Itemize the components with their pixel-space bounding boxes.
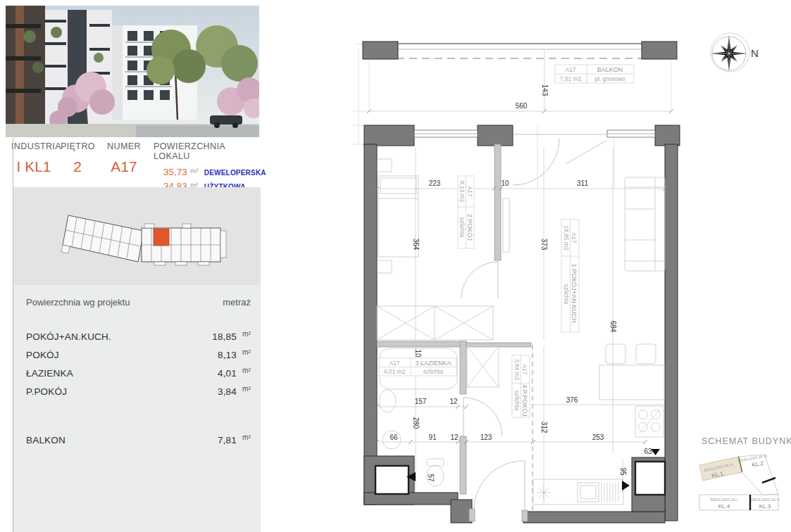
dim-91: 91 (428, 433, 437, 441)
industria-value: I KL1 (11, 158, 56, 175)
bath-finish: szlichta (423, 368, 444, 375)
row-unit: m² (242, 385, 251, 393)
hall-label: A17 4 P.POKÓJ 3,84 m2 szlichta (512, 355, 530, 417)
area-dev-type: DEWELOPERSKA (204, 169, 266, 177)
dining-table (599, 344, 664, 400)
balcony-finish: pł. gresowe (594, 75, 625, 82)
hall-finish: szlichta (513, 391, 521, 411)
kitchen-counter (533, 479, 623, 505)
room1-finish: szlichta (563, 284, 570, 305)
triangle-down-icon (651, 449, 660, 455)
room1-label: A17 1 POKÓJ+AN.KUCH. 18,85 m2 szlichta (561, 220, 579, 332)
dim-223: 223 (429, 179, 441, 187)
header-col-industria: INDUSTRIA I KL1 (11, 141, 56, 175)
schemat-budynku: SCHEMAT BUDYNKU REALIZACJA IV KL.1 REALI… (699, 436, 791, 510)
doors (461, 134, 607, 511)
area-dev-value: 35,73 (163, 167, 187, 177)
wardrobe-room2 (377, 306, 493, 340)
bath-label: A17 3 ŁAZIENKA 4,01 m2 szlichta (379, 358, 456, 376)
row-label: BALKON (26, 435, 66, 445)
hall-code: A17 (521, 364, 528, 374)
row-unit: m² (242, 348, 251, 356)
compass-n-label: N (751, 47, 759, 59)
dim-560: 560 (516, 102, 528, 110)
table-header: Powierzchnia wg projektu metraż (26, 297, 251, 308)
dim-253: 253 (592, 433, 604, 441)
room2-name: 2 POKÓJ (466, 214, 473, 241)
table-header-right: metraż (223, 297, 251, 308)
row-unit: m² (242, 367, 251, 374)
schemat-title: SCHEMAT BUDYNKU (702, 436, 791, 446)
row-label: ŁAZIENKA (26, 368, 73, 379)
table-row: POKÓJ 8,13 m² (26, 350, 251, 364)
dim-10b: 10 (414, 349, 422, 357)
tv-shelf (503, 198, 509, 252)
header-col-numer: NUMER A17 (106, 141, 142, 175)
hall-area: 3,84 m2 (513, 359, 521, 381)
row-label: POKÓJ+AN.KUCH. (26, 331, 111, 342)
furniture (377, 159, 665, 505)
floor-plan: 560 143 223 10 311 364 373 684 10 157 12… (331, 0, 791, 532)
row-label: P.POKÓJ (26, 386, 67, 397)
numer-value: A17 (106, 158, 142, 175)
bath-area: 4,01 m2 (384, 368, 406, 375)
balcony-area: 7,81 m2 (560, 75, 582, 82)
building-photo (6, 6, 259, 137)
schemat-realizacja-ii: REALIZACJA II (751, 498, 779, 502)
room2-code: A17 (466, 186, 473, 196)
area-table: Powierzchnia wg projektu metraż POKÓJ+AN… (13, 285, 261, 532)
bathroom-door (463, 398, 502, 436)
room1-code: A17 (571, 232, 578, 243)
hall-name: 4 P.POKÓJ (521, 384, 528, 416)
area-deweloperska: 35,73 m² DEWELOPERSKA (154, 165, 261, 178)
dim-63: 63 (644, 448, 652, 455)
dimension-lines (367, 49, 673, 505)
numer-label: NUMER (106, 141, 142, 151)
shaft-left (375, 466, 409, 494)
schemat-kl4: KL.4 (718, 503, 730, 509)
row-value: 8,13 (218, 350, 237, 360)
windows (414, 130, 655, 137)
compass-rose-icon: N (711, 33, 759, 72)
bath-code: A17 (389, 360, 399, 367)
dim-66: 66 (390, 433, 398, 441)
table-header-left: Powierzchnia wg projektu (26, 297, 130, 308)
dim-10a: 10 (501, 179, 509, 187)
row-value: 18,85 (212, 331, 237, 342)
room1-name: 1 POKÓJ+AN.KUCH. (571, 264, 578, 324)
unit-header: INDUSTRIA I KL1 PIĘTRO 2 NUMER A17 POWIE… (0, 138, 264, 186)
room2-finish: szlichta (459, 217, 466, 238)
pietro-label: PIĘTRO (61, 141, 94, 151)
cooktop (635, 406, 664, 437)
dim-280: 280 (412, 417, 420, 429)
row-unit: m² (242, 330, 251, 338)
dim-157: 157 (415, 398, 427, 405)
dim-364: 364 (412, 239, 420, 251)
area-label: POWIERZCHNIA LOKALU (154, 141, 261, 161)
header-col-area: POWIERZCHNIA LOKALU 35,73 m² DEWELOPERSK… (154, 141, 261, 192)
apartment-card-page: INDUSTRIA I KL1 PIĘTRO 2 NUMER A17 POWIE… (0, 0, 791, 532)
schemat-kl3: KL.3 (759, 503, 771, 509)
dim-312: 312 (540, 422, 548, 433)
wardrobe-hall (467, 346, 499, 387)
dim-373: 373 (540, 239, 548, 251)
left-panel: INDUSTRIA I KL1 PIĘTRO 2 NUMER A17 POWIE… (0, 0, 264, 532)
table-row: ŁAZIENKA 4,01 m² (26, 368, 251, 382)
highlighted-unit-a17 (154, 229, 169, 246)
dim-684: 684 (609, 321, 617, 333)
row-value: 4,01 (218, 368, 237, 379)
exterior-walls (364, 125, 680, 523)
row-value: 3,84 (218, 386, 237, 397)
balcony-pier-left (363, 42, 398, 59)
building-overview-plan (13, 187, 261, 285)
bed (378, 159, 418, 273)
dim-123: 123 (480, 433, 492, 441)
row-label: POKÓJ (26, 350, 59, 360)
area-dev-unit: m² (190, 167, 198, 175)
panel-divider-line (13, 138, 13, 532)
schemat-realizacja-i: REALIZACJA I (711, 498, 738, 502)
triangle-right-icon (622, 481, 630, 490)
room1-area: 18,85 m2 (563, 225, 570, 251)
table-row-balkon: BALKON 7,81 m² (26, 435, 251, 449)
dim-57: 57 (427, 474, 435, 482)
